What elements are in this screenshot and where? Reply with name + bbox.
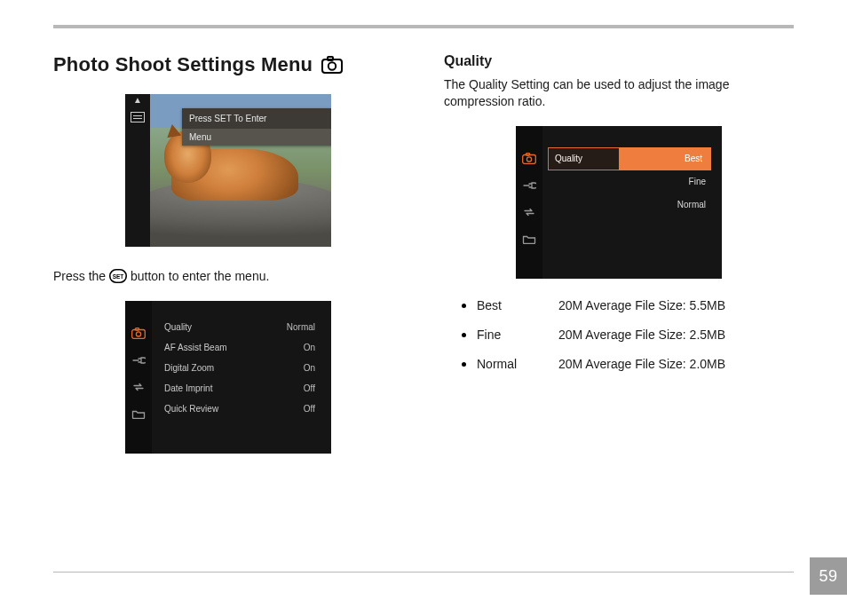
menu-row: Quality Normal: [164, 322, 315, 332]
menu-row: Date Imprint Off: [164, 383, 315, 393]
menu-row-label: Digital Zoom: [164, 363, 214, 373]
list-item: Best 20M Average File Size: 5.5MB: [462, 291, 794, 320]
svg-text:SET: SET: [113, 273, 124, 280]
quality-option-selected: Quality Best: [542, 147, 722, 170]
bullet-icon: [462, 333, 466, 337]
menu-row-value: Normal: [287, 322, 315, 332]
quality-option: Normal: [542, 193, 722, 217]
menu-row-value: Off: [304, 383, 315, 393]
svg-point-7: [136, 332, 140, 336]
quality-menu-body: Quality Best Fine Normal: [542, 126, 722, 279]
quality-option-value: Normal: [624, 200, 722, 209]
quality-name: Fine: [477, 320, 548, 350]
quality-name: Normal: [477, 350, 548, 379]
list-item: Normal 20M Average File Size: 2.0MB: [462, 350, 794, 379]
press-text-before: Press the: [53, 269, 109, 283]
menu-row-label: Quality: [164, 322, 192, 332]
plug-icon: [131, 354, 146, 367]
svg-rect-0: [322, 59, 342, 73]
hint-line-2: Menu: [182, 129, 331, 146]
menu-row-label: AF Assist Beam: [164, 343, 227, 352]
two-column-layout: Photo Shoot Settings Menu ▲: [53, 53, 794, 454]
quality-option: Fine: [542, 170, 722, 193]
menu-row-label: Quick Review: [164, 404, 218, 414]
camera-icon: [522, 153, 536, 165]
hint-tooltip: Press SET To Enter Menu: [182, 108, 331, 146]
bullet-icon: [462, 304, 466, 308]
list-item: Fine 20M Average File Size: 2.5MB: [462, 320, 794, 350]
folder-icon: [131, 407, 146, 420]
press-instruction: Press the SET button to enter the menu.: [53, 268, 403, 285]
menu-row-value: On: [304, 363, 315, 373]
quality-menu-screenshot: Quality Best Fine Normal: [516, 126, 722, 279]
settings-menu-screenshot: Quality Normal AF Assist Beam On Digital…: [125, 301, 331, 454]
quality-option-label: Quality: [542, 154, 624, 163]
menu-row: Digital Zoom On: [164, 363, 315, 373]
svg-point-10: [526, 157, 531, 162]
folder-icon: [522, 233, 536, 245]
menu-row-value: Off: [304, 404, 315, 414]
section-heading: Photo Shoot Settings Menu: [53, 53, 403, 76]
bullet-icon: [462, 362, 466, 367]
loop-icon: [522, 206, 536, 218]
hint-line-1: Press SET To Enter: [182, 108, 331, 129]
menu-row-value: On: [304, 343, 315, 352]
svg-point-2: [329, 62, 336, 69]
preview-sidebar: ▲: [125, 94, 150, 247]
top-rule: [53, 25, 794, 28]
menu-row-label: Date Imprint: [164, 383, 212, 393]
menu-row: Quick Review Off: [164, 404, 315, 414]
svg-rect-8: [523, 155, 536, 164]
quality-size: 20M Average File Size: 2.5MB: [558, 320, 794, 350]
page-number-tab: 59: [810, 557, 847, 595]
plug-icon: [522, 179, 536, 192]
camera-icon: [131, 328, 146, 340]
page-number: 59: [819, 567, 837, 586]
quality-size: 20M Average File Size: 5.5MB: [558, 291, 794, 320]
quality-description: The Quality Setting can be used to adjus…: [444, 76, 794, 110]
quality-heading: Quality: [444, 53, 794, 69]
quality-size: 20M Average File Size: 2.0MB: [558, 350, 794, 379]
bottom-rule: [53, 572, 794, 573]
right-column: Quality The Quality Setting can be used …: [444, 53, 794, 378]
settings-menu-body: Quality Normal AF Assist Beam On Digital…: [152, 301, 331, 454]
quality-name: Best: [477, 291, 548, 320]
quality-option-value: Best: [619, 147, 711, 170]
camera-icon: [321, 56, 343, 74]
set-button-icon: SET: [109, 269, 127, 283]
chevron-up-icon: ▲: [133, 96, 142, 105]
quality-menu-sidebar: [516, 126, 542, 279]
left-column: Photo Shoot Settings Menu ▲: [53, 53, 403, 454]
svg-rect-5: [132, 330, 146, 339]
preview-photo: Press SET To Enter Menu: [150, 94, 331, 247]
list-icon: [131, 112, 145, 122]
settings-menu-sidebar: [125, 301, 152, 454]
section-heading-text: Photo Shoot Settings Menu: [53, 53, 313, 76]
quality-filesize-list: Best 20M Average File Size: 5.5MB Fine 2…: [462, 291, 794, 379]
quality-option-value: Fine: [624, 177, 722, 186]
camera-preview-screenshot: ▲ Press SET To Enter Menu: [125, 94, 331, 247]
press-text-after: button to enter the menu.: [131, 269, 269, 283]
loop-icon: [131, 381, 146, 393]
menu-row: AF Assist Beam On: [164, 343, 315, 352]
manual-page: Photo Shoot Settings Menu ▲: [0, 0, 847, 616]
